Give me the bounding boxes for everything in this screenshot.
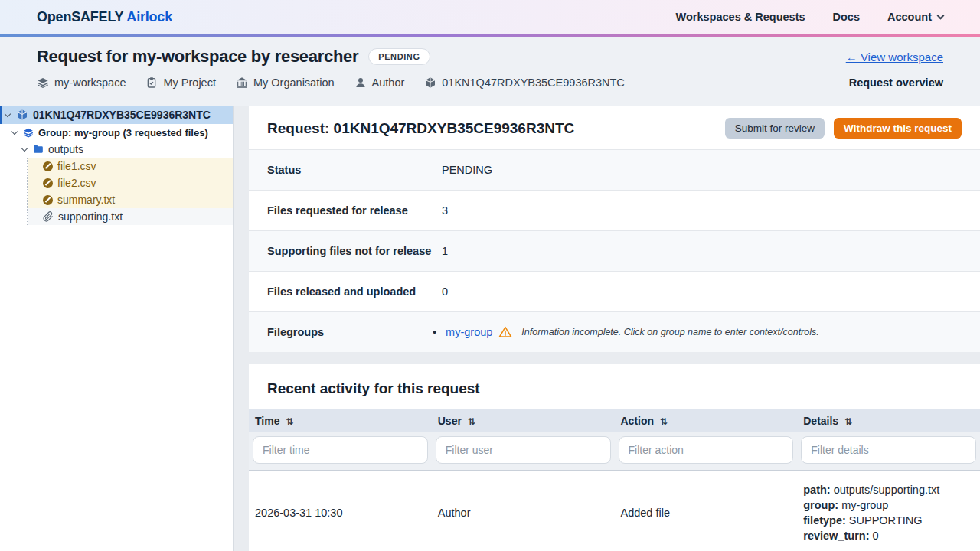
table-row-supporting-files: Supporting files not for release 1 xyxy=(249,231,980,272)
detail-value: outputs/supporting.txt xyxy=(834,484,940,496)
column-header-action[interactable]: Action⇅ xyxy=(615,409,798,432)
pending-file-icon xyxy=(43,195,53,205)
tree-item-label: 01KN1Q47RDXYB35CE9936R3NTC xyxy=(33,109,211,121)
brand-primary: OpenSAFELY xyxy=(37,9,123,24)
filegroup-link[interactable]: my-group xyxy=(446,325,492,339)
sort-icon[interactable]: ⇅ xyxy=(844,416,852,427)
tree-item-outputs-folder[interactable]: outputs xyxy=(18,141,233,158)
chevron-down-icon[interactable] xyxy=(5,110,11,116)
tree-item-label: file1.csv xyxy=(57,160,96,172)
brand-secondary: Airlock xyxy=(126,9,172,24)
activity-time: 2026-03-31 10:30 xyxy=(249,471,432,551)
table-row-status: Status PENDING xyxy=(249,150,980,191)
row-label: Supporting files not for release xyxy=(249,231,442,272)
column-header-details[interactable]: Details⇅ xyxy=(797,409,980,432)
table-row-filegroups: Filegroups • my-group Information incomp… xyxy=(249,312,980,353)
user-icon xyxy=(354,77,367,89)
activity-header-row: Time⇅ User⇅ Action⇅ Details⇅ xyxy=(249,409,980,432)
breadcrumb: my-workspace My Project My Organisation … xyxy=(37,77,625,89)
column-label: Action xyxy=(621,415,655,427)
activity-action: Added file xyxy=(615,471,798,551)
tree-item-label: summary.txt xyxy=(57,194,115,206)
column-label: Time xyxy=(255,415,279,427)
column-label: User xyxy=(438,415,462,427)
filter-time-input[interactable] xyxy=(253,436,428,464)
request-summary-card: Request: 01KN1Q47RDXYB35CE9936R3NTC Subm… xyxy=(249,106,980,352)
page-header: Request for my-workspace by researcher P… xyxy=(0,37,980,106)
row-label: Status xyxy=(249,150,442,191)
activity-filter-row xyxy=(249,432,980,471)
detail-key: path: xyxy=(803,484,830,496)
activity-user: Author xyxy=(432,471,615,551)
request-id: 01KN1Q47RDXYB35CE9936R3NTC xyxy=(442,77,625,89)
request-overview-label: Request overview xyxy=(849,77,943,89)
tree-item-supporting[interactable]: supporting.txt xyxy=(28,208,233,225)
pending-file-icon xyxy=(43,178,53,188)
organisation-meta: My Organisation xyxy=(236,77,335,89)
column-header-user[interactable]: User⇅ xyxy=(432,409,615,432)
row-label: Filegroups xyxy=(249,312,442,353)
tree-item-file2[interactable]: file2.csv xyxy=(28,174,233,191)
detail-value: 0 xyxy=(872,530,878,542)
filegroup-warning-text: Information incomplete. Click on group n… xyxy=(521,325,818,339)
group-layers-icon xyxy=(23,127,34,138)
workspace-name: my-workspace xyxy=(54,77,126,89)
request-id-icon xyxy=(424,77,436,89)
filter-details-input[interactable] xyxy=(801,436,976,464)
request-heading: Request: 01KN1Q47RDXYB35CE9936R3NTC xyxy=(267,120,574,137)
request-icon xyxy=(16,109,28,121)
file-tree-sidebar: 01KN1Q47RDXYB35CE9936R3NTC Group: my-gro… xyxy=(0,106,234,551)
author-name: Author xyxy=(372,77,405,89)
brand-logo[interactable]: OpenSAFELYAirlock xyxy=(37,9,172,25)
top-navbar: OpenSAFELYAirlock Workspaces & Requests … xyxy=(0,0,980,34)
account-label: Account xyxy=(887,11,932,23)
nav-workspaces-requests[interactable]: Workspaces & Requests xyxy=(676,11,805,23)
workspace-meta: my-workspace xyxy=(37,77,126,89)
column-header-time[interactable]: Time⇅ xyxy=(249,409,432,432)
request-id-meta: 01KN1Q47RDXYB35CE9936R3NTC xyxy=(424,77,625,89)
row-value: 1 xyxy=(442,231,980,272)
account-menu[interactable]: Account xyxy=(887,11,943,23)
layers-icon xyxy=(37,77,49,89)
filter-action-input[interactable] xyxy=(619,436,794,464)
detail-value: my-group xyxy=(841,499,888,511)
project-icon xyxy=(145,77,158,89)
activity-table: Time⇅ User⇅ Action⇅ Details⇅ 2026-03-3 xyxy=(249,409,980,551)
chevron-down-icon[interactable] xyxy=(21,145,28,151)
status-badge: PENDING xyxy=(368,48,430,65)
row-value: 3 xyxy=(442,191,980,231)
activity-row: 2026-03-31 10:30 Author Added file path:… xyxy=(249,471,980,551)
bullet: • xyxy=(433,325,436,339)
row-label: Files requested for release xyxy=(249,191,442,231)
page-title: Request for my-workspace by researcher xyxy=(37,47,358,67)
detail-key: filetype: xyxy=(803,514,846,527)
sort-icon[interactable]: ⇅ xyxy=(286,416,293,427)
sort-icon[interactable]: ⇅ xyxy=(468,416,475,427)
row-label: Files released and uploaded xyxy=(249,272,442,312)
request-info-table: Status PENDING Files requested for relea… xyxy=(249,149,980,352)
filter-user-input[interactable] xyxy=(436,436,611,464)
row-value: 0 xyxy=(442,272,980,312)
tree-item-summary[interactable]: summary.txt xyxy=(28,191,233,208)
tree-item-label: file2.csv xyxy=(57,177,96,189)
tree-item-group[interactable]: Group: my-group (3 requested files) xyxy=(8,124,233,141)
tree-item-request-root[interactable]: 01KN1Q47RDXYB35CE9936R3NTC xyxy=(0,106,233,124)
withdraw-request-button[interactable]: Withdraw this request xyxy=(834,118,962,139)
table-row-files-released: Files released and uploaded 0 xyxy=(249,272,980,312)
warning-triangle-icon xyxy=(498,325,512,339)
paperclip-icon xyxy=(43,211,54,222)
tree-item-label: outputs xyxy=(48,143,83,155)
submit-for-review-button[interactable]: Submit for review xyxy=(725,118,825,139)
row-value: PENDING xyxy=(442,150,980,191)
tree-item-label: supporting.txt xyxy=(58,210,122,223)
pending-file-icon xyxy=(43,161,53,171)
chevron-down-icon[interactable] xyxy=(11,128,18,134)
organisation-name: My Organisation xyxy=(253,77,335,89)
activity-heading: Recent activity for this request xyxy=(249,364,980,409)
nav-docs[interactable]: Docs xyxy=(833,11,860,23)
recent-activity-card: Recent activity for this request Time⇅ U… xyxy=(249,364,980,551)
nav-links: Workspaces & Requests Docs Account xyxy=(676,11,943,23)
tree-item-file1[interactable]: file1.csv xyxy=(28,158,233,174)
sort-icon[interactable]: ⇅ xyxy=(660,416,668,427)
view-workspace-link[interactable]: ← View workspace xyxy=(846,51,943,64)
